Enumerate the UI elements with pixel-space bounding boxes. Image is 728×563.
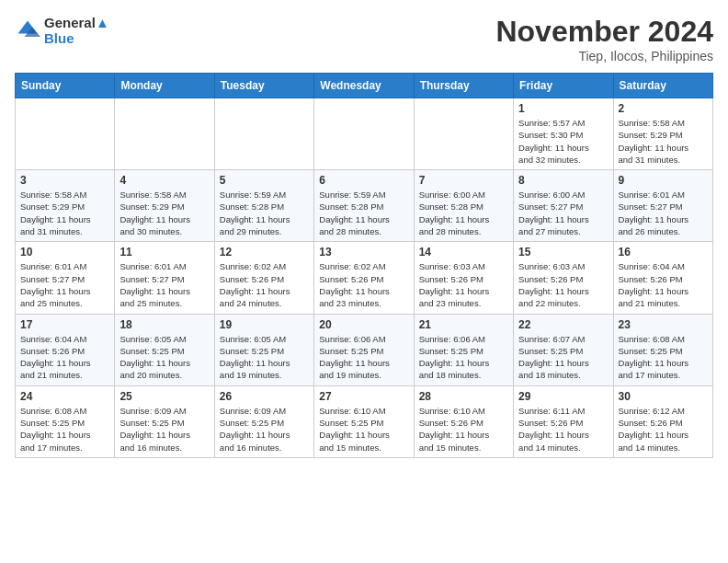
calendar-header-monday: Monday [115,74,214,98]
calendar-header-saturday: Saturday [613,74,712,98]
calendar: SundayMondayTuesdayWednesdayThursdayFrid… [15,73,713,458]
day-number: 11 [119,246,209,259]
logo-text: General▲ Blue [44,15,109,46]
day-number: 30 [619,390,708,403]
day-number: 20 [319,318,408,331]
month-year: November 2024 [495,15,713,49]
day-info: Sunrise: 6:01 AM Sunset: 5:27 PM Dayligh… [119,260,209,309]
day-number: 21 [419,318,508,331]
calendar-cell [314,98,414,170]
day-number: 4 [119,174,209,187]
calendar-week-row: 24Sunrise: 6:08 AM Sunset: 5:25 PM Dayli… [16,385,713,457]
logo-icon [15,17,40,43]
day-info: Sunrise: 5:58 AM Sunset: 5:29 PM Dayligh… [20,189,109,237]
day-number: 6 [319,174,408,187]
day-info: Sunrise: 6:02 AM Sunset: 5:26 PM Dayligh… [220,260,309,309]
day-info: Sunrise: 6:11 AM Sunset: 5:26 PM Dayligh… [518,405,608,454]
day-number: 12 [220,246,309,259]
calendar-week-row: 10Sunrise: 6:01 AM Sunset: 5:27 PM Dayli… [16,242,713,314]
day-info: Sunrise: 6:09 AM Sunset: 5:25 PM Dayligh… [220,405,309,454]
day-info: Sunrise: 6:03 AM Sunset: 5:26 PM Dayligh… [518,260,608,309]
calendar-cell: 16Sunrise: 6:04 AM Sunset: 5:26 PM Dayli… [613,242,712,314]
calendar-cell: 30Sunrise: 6:12 AM Sunset: 5:26 PM Dayli… [613,385,712,457]
day-info: Sunrise: 6:01 AM Sunset: 5:27 PM Dayligh… [20,260,109,309]
calendar-cell: 29Sunrise: 6:11 AM Sunset: 5:26 PM Dayli… [514,385,613,457]
calendar-header-row: SundayMondayTuesdayWednesdayThursdayFrid… [16,74,713,98]
calendar-cell: 28Sunrise: 6:10 AM Sunset: 5:26 PM Dayli… [414,385,513,457]
calendar-cell: 4Sunrise: 5:58 AM Sunset: 5:29 PM Daylig… [115,170,214,242]
calendar-cell: 18Sunrise: 6:05 AM Sunset: 5:25 PM Dayli… [115,314,214,385]
day-number: 19 [220,318,309,331]
day-info: Sunrise: 5:59 AM Sunset: 5:28 PM Dayligh… [220,189,309,237]
calendar-cell: 12Sunrise: 6:02 AM Sunset: 5:26 PM Dayli… [214,242,313,314]
day-info: Sunrise: 6:07 AM Sunset: 5:25 PM Dayligh… [518,333,608,382]
day-number: 1 [518,102,608,115]
day-info: Sunrise: 6:09 AM Sunset: 5:25 PM Dayligh… [119,405,209,454]
day-number: 24 [20,390,109,403]
day-number: 10 [20,246,109,259]
logo: General▲ Blue [15,15,109,46]
day-info: Sunrise: 6:06 AM Sunset: 5:25 PM Dayligh… [319,333,408,382]
day-info: Sunrise: 6:12 AM Sunset: 5:26 PM Dayligh… [619,405,708,454]
calendar-cell: 20Sunrise: 6:06 AM Sunset: 5:25 PM Dayli… [314,314,414,385]
day-number: 26 [220,390,309,403]
day-number: 29 [518,390,608,403]
calendar-cell: 23Sunrise: 6:08 AM Sunset: 5:25 PM Dayli… [613,314,712,385]
calendar-week-row: 17Sunrise: 6:04 AM Sunset: 5:26 PM Dayli… [16,314,713,385]
day-number: 25 [119,390,209,403]
calendar-cell: 25Sunrise: 6:09 AM Sunset: 5:25 PM Dayli… [115,385,214,457]
calendar-cell: 21Sunrise: 6:06 AM Sunset: 5:25 PM Dayli… [414,314,513,385]
day-info: Sunrise: 5:59 AM Sunset: 5:28 PM Dayligh… [319,189,408,237]
day-number: 28 [419,390,508,403]
day-number: 14 [419,246,508,259]
calendar-cell [214,98,313,170]
day-number: 23 [619,318,708,331]
calendar-week-row: 1Sunrise: 5:57 AM Sunset: 5:30 PM Daylig… [16,98,713,170]
day-info: Sunrise: 6:05 AM Sunset: 5:25 PM Dayligh… [119,333,209,382]
day-number: 7 [419,174,508,187]
day-number: 18 [119,318,209,331]
day-info: Sunrise: 6:08 AM Sunset: 5:25 PM Dayligh… [20,405,109,454]
calendar-cell [414,98,513,170]
calendar-cell: 26Sunrise: 6:09 AM Sunset: 5:25 PM Dayli… [214,385,313,457]
calendar-cell: 14Sunrise: 6:03 AM Sunset: 5:26 PM Dayli… [414,242,513,314]
day-number: 3 [20,174,109,187]
location: Tiep, Ilocos, Philippines [495,49,713,63]
calendar-cell: 5Sunrise: 5:59 AM Sunset: 5:28 PM Daylig… [214,170,313,242]
day-info: Sunrise: 5:57 AM Sunset: 5:30 PM Dayligh… [518,117,608,166]
day-number: 16 [619,246,708,259]
day-info: Sunrise: 6:02 AM Sunset: 5:26 PM Dayligh… [319,260,408,309]
calendar-cell: 11Sunrise: 6:01 AM Sunset: 5:27 PM Dayli… [115,242,214,314]
day-number: 22 [518,318,608,331]
calendar-cell [115,98,214,170]
calendar-cell: 13Sunrise: 6:02 AM Sunset: 5:26 PM Dayli… [314,242,414,314]
day-info: Sunrise: 6:04 AM Sunset: 5:26 PM Dayligh… [619,260,708,309]
day-number: 15 [518,246,608,259]
day-number: 17 [20,318,109,331]
calendar-cell: 22Sunrise: 6:07 AM Sunset: 5:25 PM Dayli… [514,314,613,385]
day-number: 5 [220,174,309,187]
calendar-cell: 2Sunrise: 5:58 AM Sunset: 5:29 PM Daylig… [613,98,712,170]
title-block: November 2024 Tiep, Ilocos, Philippines [495,15,713,63]
calendar-cell [16,98,115,170]
calendar-cell: 19Sunrise: 6:05 AM Sunset: 5:25 PM Dayli… [214,314,313,385]
calendar-cell: 27Sunrise: 6:10 AM Sunset: 5:25 PM Dayli… [314,385,414,457]
day-number: 2 [619,102,708,115]
calendar-header-tuesday: Tuesday [214,74,313,98]
day-info: Sunrise: 6:01 AM Sunset: 5:27 PM Dayligh… [619,189,708,237]
calendar-cell: 8Sunrise: 6:00 AM Sunset: 5:27 PM Daylig… [514,170,613,242]
day-info: Sunrise: 6:04 AM Sunset: 5:26 PM Dayligh… [20,333,109,382]
day-info: Sunrise: 5:58 AM Sunset: 5:29 PM Dayligh… [619,117,708,166]
day-number: 13 [319,246,408,259]
day-info: Sunrise: 5:58 AM Sunset: 5:29 PM Dayligh… [119,189,209,237]
calendar-cell: 17Sunrise: 6:04 AM Sunset: 5:26 PM Dayli… [16,314,115,385]
day-info: Sunrise: 6:06 AM Sunset: 5:25 PM Dayligh… [419,333,508,382]
day-info: Sunrise: 6:03 AM Sunset: 5:26 PM Dayligh… [419,260,508,309]
calendar-cell: 3Sunrise: 5:58 AM Sunset: 5:29 PM Daylig… [16,170,115,242]
calendar-cell: 6Sunrise: 5:59 AM Sunset: 5:28 PM Daylig… [314,170,414,242]
day-number: 8 [518,174,608,187]
calendar-cell: 7Sunrise: 6:00 AM Sunset: 5:28 PM Daylig… [414,170,513,242]
day-info: Sunrise: 6:05 AM Sunset: 5:25 PM Dayligh… [220,333,309,382]
day-info: Sunrise: 6:00 AM Sunset: 5:28 PM Dayligh… [419,189,508,237]
day-info: Sunrise: 6:10 AM Sunset: 5:25 PM Dayligh… [319,405,408,454]
